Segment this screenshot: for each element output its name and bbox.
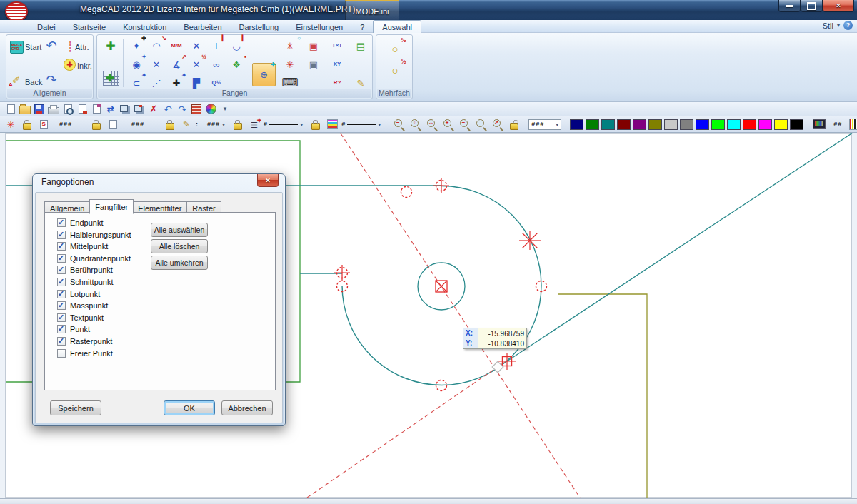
megacad-start-icon[interactable]: MEGACAD xyxy=(10,41,24,54)
snap-points[interactable]: ✦✚ xyxy=(127,37,146,54)
plot[interactable] xyxy=(189,103,204,116)
snap-element-colors[interactable]: ❖▪ xyxy=(227,56,246,73)
pen-colon[interactable]: : xyxy=(196,121,199,128)
color-wheel[interactable] xyxy=(204,103,218,116)
delete-redline[interactable]: ✗ xyxy=(146,103,161,116)
checkbox-freier-punkt[interactable] xyxy=(57,349,66,358)
lock-linewidth[interactable] xyxy=(231,118,245,131)
page-options[interactable] xyxy=(89,103,104,116)
checkbox-ber-hrpunkt[interactable] xyxy=(57,266,66,274)
snap-circle-active[interactable]: ⊕✚ xyxy=(252,63,276,86)
ok-button[interactable]: OK xyxy=(164,400,215,415)
snap-center[interactable]: ◉✦ xyxy=(127,56,146,73)
snap-tangent-arc[interactable]: ◡▎ xyxy=(227,37,246,54)
color-swatch-13[interactable] xyxy=(758,119,772,130)
line-style-sample[interactable]: # xyxy=(341,121,376,128)
inkr-button[interactable]: Inkr. xyxy=(77,61,92,70)
snap-coordinates[interactable]: XY xyxy=(327,56,347,73)
menu-item-bearbeiten[interactable]: Bearbeiten xyxy=(175,21,230,34)
line-width-sample[interactable]: # xyxy=(264,121,298,128)
zoom-window[interactable]: ▫ xyxy=(409,118,423,131)
page-setup[interactable] xyxy=(75,103,89,116)
checkbox-mittelpunkt[interactable] xyxy=(57,242,66,251)
redo[interactable]: ↷ xyxy=(175,103,189,116)
stil-label[interactable]: Stil xyxy=(823,21,833,30)
zoom-dynamic[interactable]: ↗ xyxy=(491,118,505,131)
start-button[interactable]: Start xyxy=(25,43,41,51)
dialog-tab-fangfilter[interactable]: Fangfilter xyxy=(89,199,134,214)
save-file[interactable] xyxy=(32,103,46,116)
scale-field[interactable]: ###▾ xyxy=(528,119,561,130)
color-swatch-7[interactable] xyxy=(664,119,678,130)
snap-intersection[interactable]: ✕ xyxy=(187,37,206,54)
snap-two-circles[interactable]: ∞ xyxy=(207,56,226,73)
color-swatch-6[interactable] xyxy=(648,119,662,130)
menu-item-datei[interactable]: Datei xyxy=(29,21,64,34)
color-swatch-1[interactable] xyxy=(570,119,583,130)
new-file[interactable] xyxy=(4,103,18,116)
color-swatch-14[interactable] xyxy=(774,119,788,130)
snap-tangent-arrows[interactable]: ◠↘ xyxy=(147,37,166,54)
screen-color-button[interactable] xyxy=(812,118,826,131)
snap-contour[interactable]: ▛ xyxy=(187,74,206,91)
checkbox-endpunkt[interactable] xyxy=(57,218,66,227)
snap-perpendicular[interactable]: ⊥▎ xyxy=(207,37,226,54)
snap-apparent-intersection[interactable]: ✕ xyxy=(147,56,166,73)
color-swatch-8[interactable] xyxy=(680,119,693,130)
lock-group[interactable] xyxy=(89,118,104,131)
color-swatch-15[interactable] xyxy=(790,119,803,130)
color-palette-button[interactable] xyxy=(325,118,339,131)
snap-tangent-line[interactable]: ∡↗ xyxy=(167,56,186,73)
inkr-icon[interactable]: ✚ xyxy=(64,59,76,71)
group-field[interactable]: ### xyxy=(131,121,144,128)
hash-field-2[interactable]: ## xyxy=(833,121,842,128)
snap-3d-box-2[interactable]: ▣ xyxy=(304,56,324,73)
redo-icon[interactable]: ↷ xyxy=(44,72,59,88)
alle-umkehren-button[interactable]: Alle umkehren xyxy=(151,256,208,270)
snap-divide[interactable]: ✕½ xyxy=(187,56,206,73)
line-width-button[interactable]: ≣✚ xyxy=(247,118,261,131)
checkbox-schnittpunkt[interactable] xyxy=(57,278,66,286)
snap-midpoint[interactable]: M/M xyxy=(167,37,186,54)
undo[interactable]: ↶ xyxy=(161,103,175,116)
attr-icon[interactable]: ┊ xyxy=(65,39,74,54)
pen-caret[interactable]: ▾ xyxy=(222,121,225,128)
color-swatch-9[interactable] xyxy=(696,119,709,130)
snap-text[interactable]: T×T xyxy=(327,37,347,54)
multi-divide[interactable]: ○²⁄₂ xyxy=(384,61,406,79)
menu-item-einstellungen[interactable]: Einstellungen xyxy=(287,21,351,34)
snap-layers[interactable]: ▤ xyxy=(351,37,371,54)
alle-l-schen-button[interactable]: Alle löschen xyxy=(151,239,208,253)
doc-group[interactable] xyxy=(106,118,120,131)
snap-quadrant[interactable]: Q½ xyxy=(207,74,226,91)
checkbox-halbierungspunkt[interactable] xyxy=(57,231,66,239)
menu-item-konstruktion[interactable]: Konstruktion xyxy=(114,21,175,34)
print-preview[interactable] xyxy=(61,103,75,116)
checkbox-lotpunkt[interactable] xyxy=(57,290,66,298)
snap-arc[interactable]: ⊂✦ xyxy=(127,74,146,91)
lock-pen[interactable] xyxy=(163,118,177,131)
app-logo-icon[interactable] xyxy=(5,1,28,21)
pen-table-1[interactable] xyxy=(849,119,857,130)
open-file[interactable] xyxy=(18,103,32,116)
alle-ausw-hlen-button[interactable]: Alle auswählen xyxy=(151,223,208,237)
color-swatch-3[interactable] xyxy=(601,119,615,130)
multi-divide-dashed[interactable]: ○²⁄₂ xyxy=(384,39,406,58)
zoom-reduce[interactable]: − xyxy=(458,118,472,131)
snap-star[interactable]: ✳ xyxy=(280,56,300,73)
back-icon[interactable]: ✐A xyxy=(10,74,22,86)
toolbar-overflow[interactable]: ▾ xyxy=(218,103,232,116)
speichern-button[interactable]: Speichern xyxy=(50,400,101,415)
document-tab-mode-ini[interactable]: MODE.ini xyxy=(345,0,399,20)
color-swatch-4[interactable] xyxy=(617,119,631,130)
color-swatch-5[interactable] xyxy=(633,119,646,130)
snap-3d-box[interactable]: ▣ xyxy=(304,37,324,54)
screen-view-2[interactable] xyxy=(132,103,146,116)
checkbox-quadrantenpunkt[interactable] xyxy=(57,254,66,263)
lock-layer[interactable] xyxy=(20,118,34,131)
color-swatch-12[interactable] xyxy=(743,119,756,130)
snap-indicator[interactable]: ✳ xyxy=(4,118,18,131)
lock-linestyle[interactable] xyxy=(309,118,323,131)
zoom-out[interactable]: − xyxy=(392,118,406,131)
color-swatch-2[interactable] xyxy=(586,119,599,130)
